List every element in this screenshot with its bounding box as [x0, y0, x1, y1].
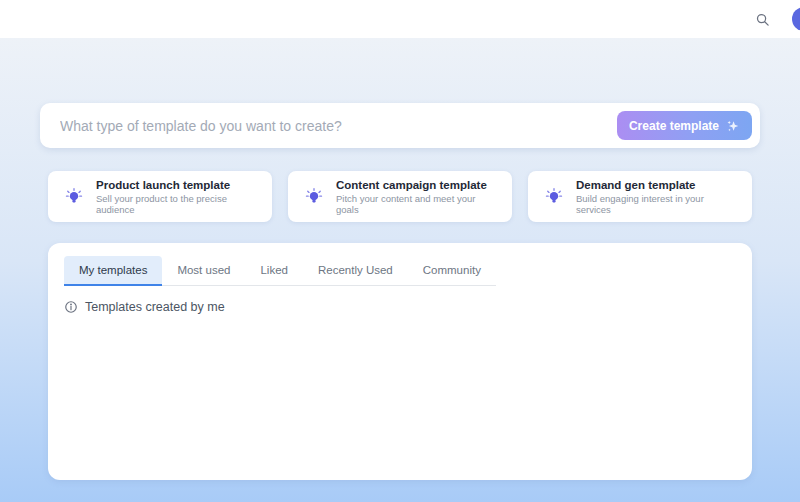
sparkles-icon — [726, 119, 740, 133]
suggestion-cards-row: Product launch template Sell your produc… — [48, 171, 752, 222]
search-button[interactable] — [750, 7, 774, 31]
info-icon — [64, 300, 78, 314]
template-prompt-input[interactable] — [60, 118, 617, 134]
tab-liked[interactable]: Liked — [245, 256, 303, 285]
top-bar — [0, 0, 800, 38]
suggestion-card-demand-gen[interactable]: Demand gen template Build engaging inter… — [528, 171, 752, 222]
tab-community[interactable]: Community — [408, 256, 496, 285]
tab-recently-used[interactable]: Recently Used — [303, 256, 408, 285]
suggestion-card-content-campaign[interactable]: Content campaign template Pitch your con… — [288, 171, 512, 222]
user-avatar[interactable] — [792, 7, 800, 31]
main-content: Create template — [0, 103, 800, 480]
tab-my-templates[interactable]: My templates — [64, 256, 162, 285]
create-template-button[interactable]: Create template — [617, 111, 752, 140]
card-subtitle: Pitch your content and meet your goals — [336, 193, 498, 215]
card-text-block: Product launch template Sell your produc… — [96, 179, 258, 215]
templates-panel: My templates Most used Liked Recently Us… — [48, 243, 752, 480]
card-text-block: Demand gen template Build engaging inter… — [576, 179, 738, 215]
lightbulb-icon — [304, 187, 324, 207]
empty-state-message: Templates created by me — [85, 300, 225, 314]
templates-tab-bar: My templates Most used Liked Recently Us… — [64, 256, 496, 286]
suggestion-card-product-launch[interactable]: Product launch template Sell your produc… — [48, 171, 272, 222]
card-title: Product launch template — [96, 179, 258, 191]
card-subtitle: Build engaging interest in your services — [576, 193, 738, 215]
template-prompt-bar: Create template — [40, 103, 760, 148]
lightbulb-icon — [64, 187, 84, 207]
tab-most-used[interactable]: Most used — [162, 256, 245, 285]
card-text-block: Content campaign template Pitch your con… — [336, 179, 498, 215]
search-icon — [755, 12, 770, 27]
card-subtitle: Sell your product to the precise audienc… — [96, 193, 258, 215]
card-title: Demand gen template — [576, 179, 738, 191]
lightbulb-icon — [544, 187, 564, 207]
empty-state-row: Templates created by me — [64, 300, 736, 314]
create-template-button-label: Create template — [629, 119, 719, 133]
card-title: Content campaign template — [336, 179, 498, 191]
